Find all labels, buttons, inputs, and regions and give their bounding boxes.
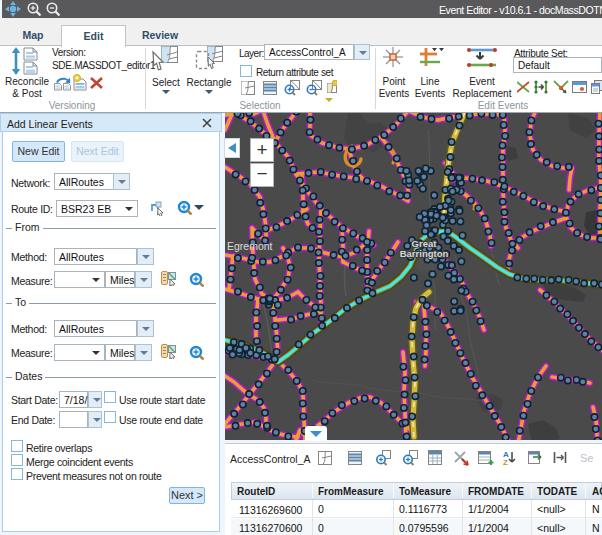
svg-text:Barrington: Barrington	[400, 248, 449, 259]
svg-text:Egremont: Egremont	[227, 240, 273, 252]
svg-text:Z: Z	[503, 458, 508, 467]
svg-text:Se: Se	[580, 452, 593, 464]
